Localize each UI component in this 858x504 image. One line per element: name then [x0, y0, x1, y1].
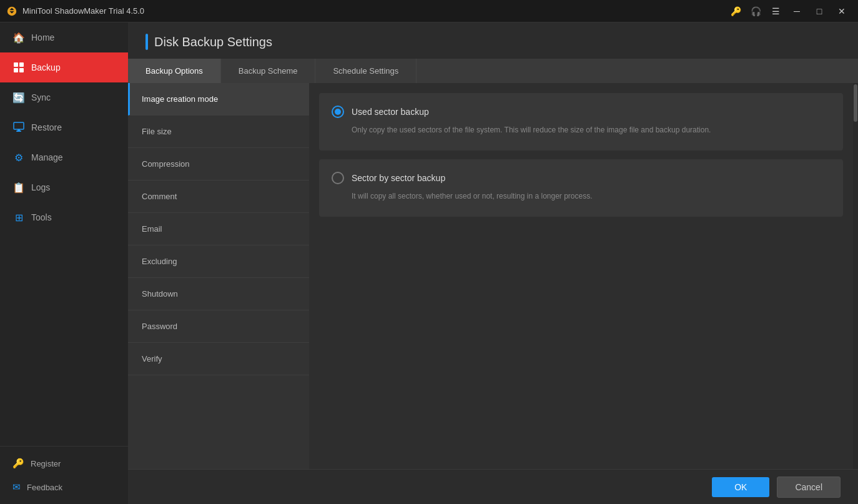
cancel-button[interactable]: Cancel	[777, 477, 841, 498]
settings-body: Image creation mode File size Compressio…	[128, 83, 858, 469]
sidebar-label-sync: Sync	[31, 92, 51, 102]
option-item-file-size[interactable]: File size	[128, 116, 309, 148]
used-sector-backup-label: Used sector backup	[352, 107, 429, 117]
used-sector-backup-card: Used sector backup Only copy the used se…	[319, 93, 843, 151]
option-item-verify[interactable]: Verify	[128, 343, 309, 375]
content-area: Disk Backup Settings Backup Options Back…	[128, 22, 858, 504]
option-item-password[interactable]: Password	[128, 310, 309, 343]
used-sector-backup-radio[interactable]	[332, 106, 344, 118]
page-header: Disk Backup Settings	[128, 22, 858, 59]
option-item-email[interactable]: Email	[128, 213, 309, 245]
sector-by-sector-backup-card: Sector by sector backup It will copy all…	[319, 159, 843, 217]
sector-by-sector-backup-label: Sector by sector backup	[352, 173, 445, 183]
options-list: Image creation mode File size Compressio…	[128, 83, 309, 469]
sidebar-label-backup: Backup	[31, 62, 61, 72]
header-accent-bar	[145, 34, 148, 50]
sidebar-label-restore: Restore	[31, 122, 62, 132]
maximize-button[interactable]: □	[809, 2, 829, 20]
option-item-compression[interactable]: Compression	[128, 148, 309, 180]
sidebar-item-manage[interactable]: ⚙ Manage	[0, 142, 128, 172]
sector-by-sector-backup-desc: It will copy all sectors, whether used o…	[332, 190, 831, 202]
footer: OK Cancel	[128, 469, 858, 504]
sync-icon: 🔄	[12, 91, 25, 104]
sidebar-item-logs[interactable]: 📋 Logs	[0, 172, 128, 202]
sidebar-item-sync[interactable]: 🔄 Sync	[0, 82, 128, 112]
option-item-excluding[interactable]: Excluding	[128, 245, 309, 278]
sidebar-item-backup[interactable]: Backup	[0, 52, 128, 82]
app-logo-icon	[6, 6, 17, 17]
logs-icon: 📋	[12, 181, 25, 194]
manage-icon: ⚙	[12, 151, 25, 164]
ok-button[interactable]: OK	[712, 477, 769, 497]
svg-rect-6	[17, 129, 20, 131]
sidebar-label-tools: Tools	[31, 212, 52, 222]
sidebar-item-feedback[interactable]: ✉ Feedback	[0, 475, 128, 499]
sidebar-label-home: Home	[31, 32, 54, 42]
option-item-comment[interactable]: Comment	[128, 180, 309, 213]
sidebar-item-restore[interactable]: Restore	[0, 112, 128, 142]
tab-schedule-settings[interactable]: Schedule Settings	[315, 59, 417, 83]
sidebar-label-feedback: Feedback	[27, 483, 62, 492]
svg-rect-4	[14, 122, 24, 129]
restore-icon	[12, 121, 25, 134]
scroll-thumb	[854, 84, 857, 122]
titlebar: MiniTool ShadowMaker Trial 4.5.0 🔑 🎧 ☰ ─…	[0, 0, 858, 22]
minimize-button[interactable]: ─	[787, 2, 807, 20]
sector-by-sector-backup-header: Sector by sector backup	[332, 172, 831, 184]
svg-rect-2	[14, 68, 18, 72]
register-icon: 🔑	[12, 458, 24, 469]
key-icon-btn[interactable]: 🔑	[727, 2, 744, 20]
sidebar-label-register: Register	[31, 459, 61, 468]
option-item-image-creation-mode[interactable]: Image creation mode	[128, 83, 309, 116]
sidebar-label-logs: Logs	[31, 182, 50, 192]
sidebar-bottom: 🔑 Register ✉ Feedback	[0, 446, 128, 504]
svg-rect-5	[16, 131, 21, 132]
sector-by-sector-backup-radio[interactable]	[332, 172, 344, 184]
svg-rect-1	[19, 62, 24, 67]
sidebar-item-register[interactable]: 🔑 Register	[0, 452, 128, 475]
backup-icon	[12, 61, 25, 74]
svg-rect-3	[19, 68, 24, 72]
page-title: Disk Backup Settings	[154, 35, 272, 49]
svg-rect-0	[14, 62, 18, 67]
feedback-icon: ✉	[12, 482, 21, 493]
sidebar-label-manage: Manage	[31, 152, 63, 162]
used-sector-backup-header: Used sector backup	[332, 106, 831, 118]
option-item-shutdown[interactable]: Shutdown	[128, 278, 309, 310]
app-title: MiniTool ShadowMaker Trial 4.5.0	[22, 6, 144, 16]
titlebar-left: MiniTool ShadowMaker Trial 4.5.0	[6, 6, 144, 17]
sidebar: 🏠 Home Backup 🔄 Sync	[0, 22, 128, 504]
app-body: 🏠 Home Backup 🔄 Sync	[0, 22, 858, 504]
sidebar-item-tools[interactable]: ⊞ Tools	[0, 202, 128, 232]
settings-panel: Used sector backup Only copy the used se…	[309, 83, 853, 469]
tab-backup-options[interactable]: Backup Options	[128, 59, 221, 83]
titlebar-controls: 🔑 🎧 ☰ ─ □ ✕	[727, 2, 852, 20]
tools-icon: ⊞	[12, 211, 25, 224]
used-sector-backup-desc: Only copy the used sectors of the file s…	[332, 124, 831, 136]
scroll-track[interactable]	[853, 83, 858, 469]
tab-backup-scheme[interactable]: Backup Scheme	[221, 59, 316, 83]
menu-icon-btn[interactable]: ☰	[767, 2, 784, 20]
sidebar-item-home[interactable]: 🏠 Home	[0, 22, 128, 52]
close-button[interactable]: ✕	[832, 2, 852, 20]
tab-bar: Backup Options Backup Scheme Schedule Se…	[128, 59, 858, 83]
headset-icon-btn[interactable]: 🎧	[747, 2, 764, 20]
home-icon: 🏠	[12, 31, 25, 44]
